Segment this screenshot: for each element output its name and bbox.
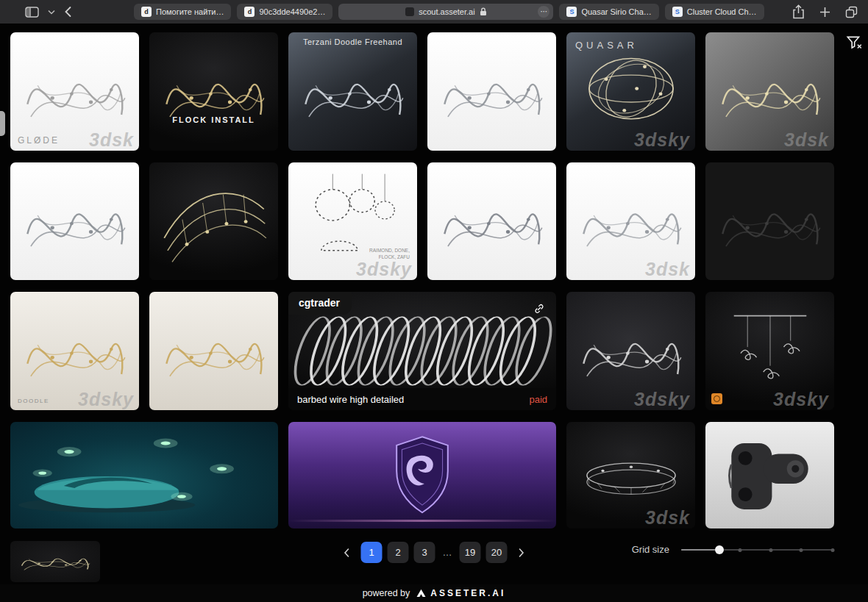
tab-overview-icon[interactable]: [845, 6, 858, 18]
tile-caption: Terzani Doodle Freehand: [288, 37, 417, 46]
source-badge: cgtrader: [288, 292, 352, 315]
result-tile[interactable]: cgtraderbarbed wire high detailedpaid: [288, 292, 556, 410]
toolbar-right-controls: [792, 4, 868, 19]
result-tile[interactable]: [427, 162, 556, 280]
page-button[interactable]: 2: [388, 542, 409, 563]
result-tile[interactable]: [10, 422, 278, 528]
watermark-text: 3dsky: [634, 390, 690, 409]
result-tile[interactable]: 3dsk: [566, 422, 695, 528]
result-tile[interactable]: FLOCK INSTALL: [149, 32, 278, 151]
tab-favicon: d: [244, 7, 255, 17]
thumbnail-art: [705, 422, 834, 528]
footer-bar: powered by ASSETER.AI: [0, 584, 868, 602]
tile-caption: FLOCK INSTALL: [149, 115, 278, 124]
asseter-brand-text: ASSETER.AI: [430, 588, 505, 598]
result-tile[interactable]: DOODLE3dsky: [10, 292, 139, 410]
powered-by-text: powered by: [363, 588, 410, 598]
result-tile[interactable]: GLØDE3dsk: [10, 32, 139, 151]
thumbnail-art: [18, 40, 132, 144]
tab-active[interactable]: scout.asseter.ai⋯: [338, 4, 553, 20]
chevron-right-icon: [516, 547, 527, 559]
slider-knob[interactable]: [715, 545, 724, 554]
next-page-button[interactable]: [513, 547, 530, 559]
thumbnail-art: [714, 299, 827, 404]
tile-caption: DOODLE: [18, 398, 49, 404]
result-tile[interactable]: [288, 422, 556, 528]
thumbnail-art: [157, 299, 271, 404]
page-ellipsis: …: [441, 547, 455, 558]
tile-caption-bar: barbed wire high detailedpaid: [288, 388, 556, 410]
tile-caption: QUASAR: [575, 40, 638, 51]
results-grid: GLØDE3dskFLOCK INSTALLTerzani Doodle Fre…: [10, 32, 834, 528]
slider-stop-dot: [739, 548, 742, 552]
result-tile[interactable]: QUASAR3dsky: [566, 32, 695, 151]
page-button[interactable]: 20: [486, 542, 508, 563]
tab-label: Cluster Cloud Ch…: [687, 7, 757, 16]
result-tile[interactable]: [705, 422, 834, 528]
page-button[interactable]: 19: [460, 542, 481, 563]
result-tile[interactable]: Terzani Doodle Freehand: [288, 32, 417, 151]
tab-label: Помогите найти…: [156, 7, 224, 16]
thumbnail-art: [435, 170, 549, 273]
result-tile[interactable]: [427, 32, 556, 151]
thumbnail-art: [714, 40, 827, 144]
thumbnail-art: [574, 40, 688, 144]
back-icon[interactable]: [64, 6, 72, 18]
paid-badge: paid: [529, 394, 547, 405]
result-tile[interactable]: [705, 162, 834, 280]
result-tile[interactable]: [149, 292, 278, 410]
watermark-text: 3dsk: [784, 131, 829, 149]
browser-tab[interactable]: d90c3dde4490e2…: [237, 4, 332, 20]
result-tile[interactable]: [10, 162, 139, 280]
watermark-text: 3dsk: [645, 260, 690, 279]
slider-stop-dot: [769, 548, 772, 552]
thumbnail-art: [435, 40, 549, 144]
thumbnail-art: [157, 170, 271, 273]
result-tile[interactable]: 3dsk: [566, 162, 695, 280]
slider-stop-dot: [831, 548, 835, 552]
result-tile[interactable]: 3dsky: [705, 292, 834, 410]
result-tile[interactable]: RAIMOND, DONE, FLOCK, ZAFU3dsky: [288, 162, 417, 280]
browser-tab[interactable]: dПомогите найти…: [134, 4, 231, 20]
watermark-text: 3dsky: [78, 390, 134, 409]
page-button[interactable]: 3: [414, 542, 435, 563]
thumbnail-art: [288, 422, 556, 528]
result-tile[interactable]: [149, 162, 278, 280]
watermark-text: 3dsky: [634, 131, 690, 149]
tab-label: 90c3dde4490e2…: [259, 7, 325, 16]
prev-page-button[interactable]: [338, 547, 356, 559]
thumbnail-art: [15, 543, 94, 579]
tab-favicon: S: [672, 7, 683, 17]
watermark-text: 3dsky: [773, 390, 829, 409]
result-tile-partial[interactable]: [10, 541, 100, 582]
new-tab-icon[interactable]: [819, 7, 830, 18]
thumbnail-art: [18, 170, 132, 273]
link-icon[interactable]: [530, 299, 549, 318]
browser-tab[interactable]: SQuasar Sirio Cha…: [559, 4, 658, 20]
grid-size-control: Grid size: [632, 544, 833, 555]
tab-overflow-button[interactable]: ⋯: [538, 6, 549, 18]
page-button[interactable]: 1: [361, 542, 383, 563]
thumbnail-art: [714, 170, 827, 273]
browser-toolbar: dПомогите найти…d90c3dde4490e2…scout.ass…: [0, 0, 868, 24]
watermark-text: 3dsky: [356, 260, 412, 279]
result-tile[interactable]: 3dsk: [705, 32, 834, 151]
browser-tab[interactable]: SCluster Cloud Ch…: [665, 4, 764, 20]
tab-favicon: d: [141, 7, 152, 17]
thumbnail-art: [574, 299, 688, 404]
chevron-down-icon[interactable]: [48, 10, 55, 15]
toolbar-left-controls: [0, 6, 72, 18]
panel-drag-handle[interactable]: [0, 111, 5, 136]
tab-label: Quasar Sirio Cha…: [581, 7, 651, 16]
share-icon[interactable]: [792, 4, 805, 19]
watermark-text: 3dsk: [645, 509, 690, 527]
result-tile[interactable]: 3dsky: [566, 292, 695, 410]
chevron-left-icon: [341, 547, 353, 559]
sidebar-toggle-icon[interactable]: [25, 7, 39, 18]
tab-bar: dПомогите найти…d90c3dde4490e2…scout.ass…: [134, 4, 764, 20]
tab-label: scout.asseter.ai: [419, 7, 474, 16]
filter-icon[interactable]: [844, 33, 864, 54]
grid-size-slider[interactable]: [681, 545, 833, 555]
asseter-brand-link[interactable]: ASSETER.AI: [416, 588, 505, 598]
slider-stop-dot: [799, 548, 803, 552]
